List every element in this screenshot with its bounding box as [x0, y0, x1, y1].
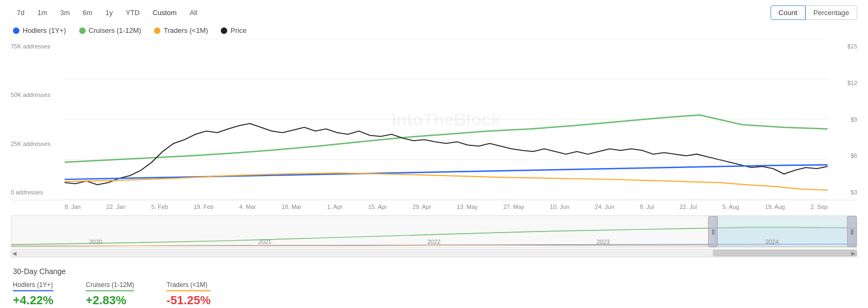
y-label-15: $15	[848, 43, 857, 50]
change-item-hodlers: Hodlers (1Y+) +4.22%	[13, 281, 53, 307]
time-btn-1m[interactable]: 1m	[31, 6, 53, 19]
chart-main: 75K addresses 50K addresses 25K addresse…	[11, 39, 857, 200]
handle-grip-left: |||	[712, 229, 715, 235]
x-axis: 8. Jan 22. Jan 5. Feb 19. Feb 4. Mar 18.…	[11, 201, 857, 212]
change-value-cruisers: +2.83%	[86, 293, 134, 307]
chart-wrapper: 75K addresses 50K addresses 25K addresse…	[11, 39, 857, 257]
scroll-arrow-right-icon[interactable]: ▶	[851, 250, 856, 256]
view-btn-percentage[interactable]: Percentage	[806, 5, 858, 20]
change-value-traders: -51.25%	[166, 293, 211, 307]
change-value-hodlers: +4.22%	[13, 293, 53, 307]
time-btn-3m[interactable]: 3m	[54, 6, 76, 19]
price-dot	[221, 27, 227, 34]
legend-item-price: Price	[221, 26, 247, 34]
x-label-6: 1. Apr	[327, 204, 342, 210]
y-label-3: $3	[851, 189, 857, 195]
view-btn-count[interactable]: Count	[771, 5, 806, 20]
nav-label-2023: 2023	[597, 239, 610, 245]
x-label-15: 5. Aug	[723, 204, 739, 210]
nav-label-2024: 2024	[766, 239, 779, 245]
x-label-13: 8. Jul	[640, 204, 654, 210]
y-label-6: $6	[851, 152, 857, 159]
hodlers-line	[65, 165, 828, 179]
time-btn-custom[interactable]: Custom	[146, 6, 183, 19]
time-btn-7d[interactable]: 7d	[11, 6, 30, 19]
x-label-0: 8. Jan	[65, 204, 81, 210]
nav-label-2022: 2022	[428, 239, 440, 245]
change-title: 30-Day Change	[13, 267, 857, 276]
y-axis-right: $15 $12 $9 $6 $3	[830, 39, 857, 200]
x-label-4: 4. Mar	[239, 204, 256, 210]
x-label-14: 22. Jul	[680, 204, 697, 210]
change-category-cruisers: Cruisers (1-12M)	[86, 281, 134, 291]
time-btn-all[interactable]: All	[184, 6, 203, 19]
traders-line	[65, 173, 828, 190]
x-label-7: 15. Apr	[368, 204, 387, 210]
time-button-group: 7d 1m 3m 6m 1y YTD Custom All	[11, 6, 204, 19]
change-category-traders: Traders (<1M)	[166, 281, 211, 291]
cruisers-dot	[79, 27, 86, 34]
x-label-9: 13. May	[457, 204, 478, 210]
y-axis-left: 75K addresses 50K addresses 25K addresse…	[11, 39, 65, 200]
scrollbar-thumb[interactable]	[713, 250, 857, 256]
chart-svg	[65, 39, 828, 200]
x-label-2: 5. Feb	[151, 204, 168, 210]
legend-item-cruisers: Cruisers (1-12M)	[79, 26, 142, 34]
x-label-16: 19. Aug	[765, 204, 785, 210]
nav-label-2020: 2020	[89, 239, 102, 245]
cruisers-label: Cruisers (1-12M)	[89, 26, 142, 34]
x-label-11: 10. Jun	[550, 204, 569, 210]
price-label: Price	[230, 26, 247, 34]
scroll-arrow-left-icon[interactable]: ◀	[12, 250, 17, 256]
legend: Hodlers (1Y+) Cruisers (1-12M) Traders (…	[11, 26, 857, 34]
time-btn-1y[interactable]: 1y	[100, 6, 119, 19]
view-toggle: Count Percentage	[771, 5, 857, 20]
time-btn-ytd[interactable]: YTD	[120, 6, 145, 19]
scrollbar[interactable]: ◀ ▶	[11, 249, 857, 257]
traders-label: Traders (<1M)	[164, 26, 208, 34]
x-label-12: 24. Jun	[595, 204, 614, 210]
x-label-5: 18. Mar	[282, 204, 302, 210]
x-label-10: 27. May	[503, 204, 524, 210]
x-label-17: 2. Sep	[810, 204, 828, 210]
navigator[interactable]: ||| ||| 2020 2021 2022 2023 2024	[11, 215, 857, 248]
change-item-traders: Traders (<1M) -51.25%	[166, 281, 211, 307]
x-label-3: 19. Feb	[193, 204, 213, 210]
y-label-9: $9	[851, 116, 857, 123]
y-label-75k: 75K addresses	[11, 43, 65, 50]
chart-svg-area: IntoTheBlock	[65, 39, 828, 200]
x-label-8: 29. Apr	[412, 204, 431, 210]
change-item-cruisers: Cruisers (1-12M) +2.83%	[86, 281, 134, 307]
change-section: 30-Day Change Hodlers (1Y+) +4.22% Cruis…	[11, 267, 857, 307]
handle-grip-right: |||	[851, 229, 853, 235]
nav-label-2021: 2021	[258, 239, 271, 245]
navigator-year-labels: 2020 2021 2022 2023 2024	[11, 239, 857, 245]
y-label-0: 0 addresses	[11, 189, 65, 195]
time-btn-6m[interactable]: 6m	[77, 6, 99, 19]
legend-item-hodlers: Hodlers (1Y+)	[13, 26, 66, 34]
change-category-hodlers: Hodlers (1Y+)	[13, 281, 53, 291]
legend-item-traders: Traders (<1M)	[154, 26, 208, 34]
hodlers-label: Hodlers (1Y+)	[23, 26, 66, 34]
y-label-12: $12	[848, 80, 857, 86]
toolbar: 7d 1m 3m 6m 1y YTD Custom All Count Perc…	[11, 5, 857, 20]
hodlers-dot	[13, 27, 19, 34]
y-label-25k: 25K addresses	[11, 141, 65, 147]
main-container: 7d 1m 3m 6m 1y YTD Custom All Count Perc…	[0, 0, 868, 308]
cruisers-line	[65, 115, 828, 163]
x-label-1: 22. Jan	[106, 204, 125, 210]
traders-dot	[154, 27, 160, 34]
change-items: Hodlers (1Y+) +4.22% Cruisers (1-12M) +2…	[13, 281, 857, 307]
y-label-50k: 50K addresses	[11, 92, 65, 98]
